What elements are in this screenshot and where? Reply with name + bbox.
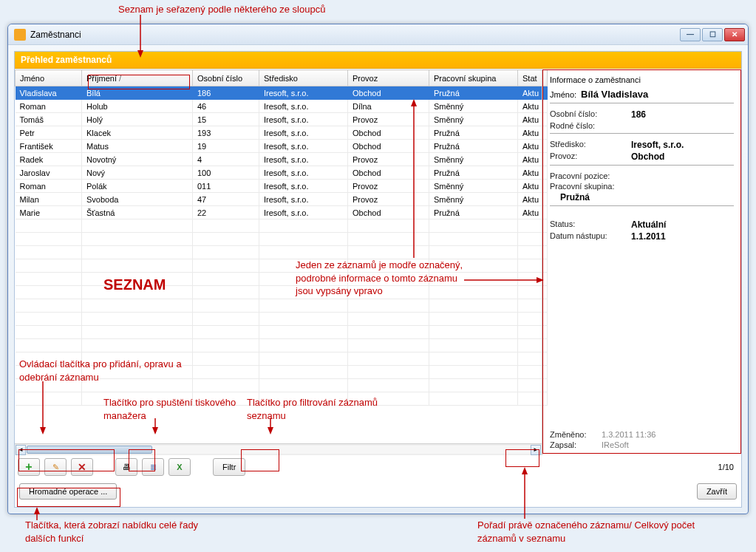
list-title: Přehled zaměstnanců bbox=[15, 52, 741, 69]
table-row[interactable]: TomášHolý15Iresoft, s.r.o.ProvozSměnnýAk… bbox=[16, 113, 548, 126]
svg-marker-9 bbox=[152, 427, 158, 435]
table-cell: Směnný bbox=[429, 100, 518, 113]
table-cell: Holý bbox=[82, 113, 193, 126]
pencil-icon: ✎ bbox=[52, 463, 59, 472]
maximize-button[interactable]: ☐ bbox=[702, 28, 723, 41]
detail-title: Informace o zaměstnanci bbox=[550, 75, 734, 84]
add-button[interactable]: + bbox=[18, 458, 40, 476]
detail-stredisko-label: Středisko: bbox=[550, 140, 631, 150]
column-header[interactable]: Příjmení bbox=[82, 70, 193, 86]
table-cell: Pružná bbox=[429, 86, 518, 100]
annotation-seznam: SEZNAM bbox=[103, 276, 166, 293]
table-row[interactable]: MarieŠťastná22Iresoft, s.r.o.ObchodPružn… bbox=[16, 206, 548, 219]
horizontal-scrollbar[interactable]: ◄ ► bbox=[15, 443, 542, 455]
table-cell: Vladislava bbox=[16, 86, 82, 100]
svg-marker-3 bbox=[411, 99, 417, 106]
table-cell: Bílá bbox=[82, 86, 193, 100]
minimize-button[interactable]: — bbox=[680, 28, 701, 41]
edit-button[interactable]: ✎ bbox=[44, 458, 67, 476]
annotation-bottom-right: Pořadí právě označeného záznamu/ Celkový… bbox=[477, 519, 699, 545]
table-cell: Směnný bbox=[429, 193, 518, 206]
excel-button[interactable]: X bbox=[168, 458, 191, 476]
column-header[interactable]: Středisko bbox=[259, 70, 348, 86]
detail-osobni-label: Osobní číslo: bbox=[550, 109, 631, 120]
table-row[interactable]: RadekNovotný4Iresoft, s.r.o.ProvozSměnný… bbox=[16, 153, 548, 166]
detail-panel: Informace o zaměstnanci Jméno: Bílá Vlad… bbox=[542, 69, 741, 455]
list-button[interactable]: ≣ bbox=[142, 458, 164, 476]
table-row[interactable]: PetrKlacek193Iresoft, s.r.o.ObchodPružná… bbox=[16, 126, 548, 140]
table-cell: Nový bbox=[82, 166, 193, 180]
detail-stredisko-value: Iresoft, s.r.o. bbox=[631, 140, 684, 150]
table-cell: Marie bbox=[16, 206, 82, 219]
detail-nastup-value: 1.1.2011 bbox=[631, 231, 666, 242]
x-icon: ✕ bbox=[78, 461, 86, 473]
close-window-button[interactable]: ✕ bbox=[724, 28, 745, 41]
detail-pozice-label: Pracovní pozice: bbox=[550, 171, 631, 180]
table-cell: Směnný bbox=[429, 113, 518, 126]
table-cell: Iresoft, s.r.o. bbox=[259, 193, 348, 206]
annotation-top: Seznam je seřazený podle některého ze sl… bbox=[118, 3, 325, 16]
table-cell: Pružná bbox=[429, 166, 518, 180]
table-cell: Polák bbox=[82, 180, 193, 193]
detail-rodne-label: Rodné číslo: bbox=[550, 121, 631, 130]
table-cell: Iresoft, s.r.o. bbox=[259, 100, 348, 113]
table-cell: Pružná bbox=[429, 140, 518, 153]
employee-grid: JménoPříjmeníOsobní čísloStřediskoProvoz… bbox=[15, 69, 542, 455]
detail-zapsal-label: Zapsal: bbox=[550, 440, 602, 449]
column-header[interactable]: Provoz bbox=[348, 70, 429, 86]
detail-zmeneno-value: 1.3.2011 11:36 bbox=[602, 430, 655, 439]
close-button[interactable]: Zavřít bbox=[697, 483, 737, 500]
delete-button[interactable]: ✕ bbox=[71, 458, 93, 476]
table-cell: Petr bbox=[16, 126, 82, 140]
annotation-bottom-left: Tlačítka, která zobrazí nabídku celé řad… bbox=[25, 519, 202, 545]
table-cell: František bbox=[16, 140, 82, 153]
annotation-filter: Tlačítko pro filtrování záznamů seznamu bbox=[247, 396, 380, 422]
table-cell: Holub bbox=[82, 100, 193, 113]
table-cell: Iresoft, s.r.o. bbox=[259, 113, 348, 126]
titlebar[interactable]: Zaměstnanci — ☐ ✕ bbox=[8, 24, 748, 45]
detail-nastup-label: Datum nástupu: bbox=[550, 231, 631, 242]
detail-osobni-value: 186 bbox=[631, 109, 646, 120]
table-cell: Milan bbox=[16, 193, 82, 206]
detail-zmeneno-label: Změněno: bbox=[550, 430, 602, 439]
table-cell: 193 bbox=[193, 126, 259, 140]
detail-provoz-value: Obchod bbox=[631, 151, 664, 162]
table-cell: Svoboda bbox=[82, 193, 193, 206]
table-row[interactable]: JaroslavNový100Iresoft, s.r.o.ObchodPruž… bbox=[16, 166, 548, 180]
table-cell: 22 bbox=[193, 206, 259, 219]
table-cell: Klacek bbox=[82, 126, 193, 140]
batch-operations-button[interactable]: Hromadné operace ... bbox=[19, 483, 117, 500]
table-cell: 46 bbox=[193, 100, 259, 113]
table-cell: Iresoft, s.r.o. bbox=[259, 166, 348, 180]
filter-button[interactable]: Filtr bbox=[213, 458, 245, 476]
table-cell: Matus bbox=[82, 140, 193, 153]
column-header[interactable]: Osobní číslo bbox=[193, 70, 259, 86]
table-cell: 19 bbox=[193, 140, 259, 153]
table-cell: Pružná bbox=[429, 206, 518, 219]
table-row[interactable]: RomanPolák011Iresoft, s.r.o.ProvozSměnný… bbox=[16, 180, 548, 193]
detail-status-value: Aktuální bbox=[631, 219, 666, 230]
window-title: Zaměstnanci bbox=[30, 30, 680, 40]
print-button[interactable]: 🖶 bbox=[115, 458, 137, 476]
table-cell: 4 bbox=[193, 153, 259, 166]
table-row[interactable]: RomanHolub46Iresoft, s.r.o.DílnaSměnnýAk… bbox=[16, 100, 548, 113]
table-cell: Radek bbox=[16, 153, 82, 166]
svg-marker-7 bbox=[40, 427, 46, 435]
table-row[interactable]: FrantišekMatus19Iresoft, s.r.o.ObchodPru… bbox=[16, 140, 548, 153]
detail-name-value: Bílá Vladislava bbox=[581, 89, 648, 100]
column-header[interactable]: Jméno bbox=[16, 70, 82, 86]
table-row[interactable]: MilanSvoboda47Iresoft, s.r.o.ProvozSměnn… bbox=[16, 193, 548, 206]
detail-status-label: Status: bbox=[550, 219, 631, 230]
table-cell: Novotný bbox=[82, 153, 193, 166]
svg-marker-13 bbox=[34, 507, 40, 514]
table-cell: Iresoft, s.r.o. bbox=[259, 180, 348, 193]
table-cell: Směnný bbox=[429, 153, 518, 166]
list-icon: ≣ bbox=[150, 463, 157, 472]
table-cell: Roman bbox=[16, 100, 82, 113]
table-row[interactable]: VladislavaBílá186Iresoft, s.r.o.ObchodPr… bbox=[16, 86, 548, 100]
table-cell: Obchod bbox=[348, 86, 429, 100]
table-cell: Roman bbox=[16, 180, 82, 193]
detail-skupina-label: Pracovní skupina: bbox=[550, 182, 631, 191]
table-cell: Iresoft, s.r.o. bbox=[259, 153, 348, 166]
column-header[interactable]: Pracovní skupina bbox=[429, 70, 518, 86]
